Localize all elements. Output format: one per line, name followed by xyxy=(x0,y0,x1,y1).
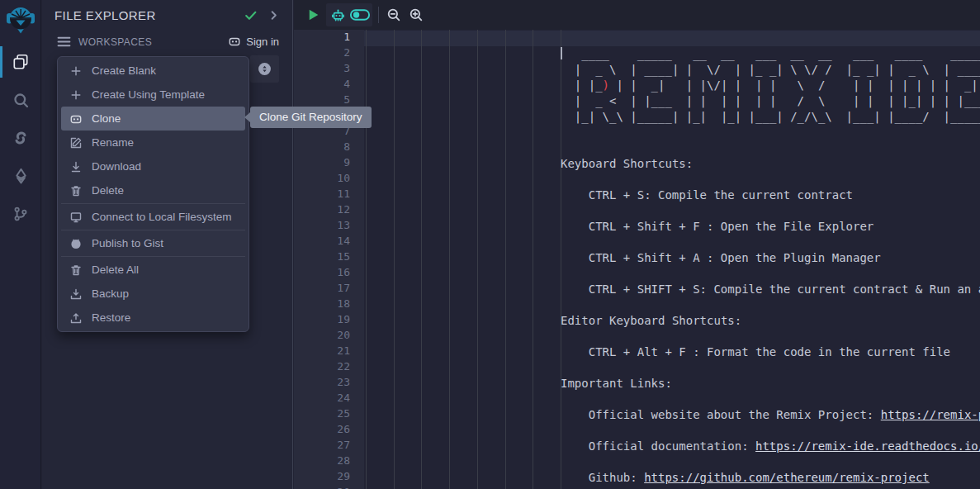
monitor-icon xyxy=(69,211,83,224)
line-number: 23 xyxy=(294,376,364,392)
editor-link[interactable]: https://github.com/ethereum/remix-projec… xyxy=(644,471,930,484)
code-line xyxy=(366,140,980,156)
run-script-button[interactable] xyxy=(306,7,320,22)
line-number: 2 xyxy=(294,46,364,62)
zoom-out-icon[interactable] xyxy=(386,7,401,22)
panel-title: FILE EXPLORER xyxy=(54,8,156,22)
files-icon xyxy=(12,53,30,71)
hamburger-menu-icon[interactable] xyxy=(56,34,72,50)
code-text: | |_ xyxy=(366,78,603,92)
line-number: 25 xyxy=(294,407,364,423)
trash-icon xyxy=(69,184,83,197)
copilot-toggle[interactable] xyxy=(349,7,371,22)
sidebar-item-deploy-run[interactable] xyxy=(0,157,41,195)
code-line: | |_) | | _| | |\/| | | | \ / | | | | | … xyxy=(366,78,980,93)
line-number: 9 xyxy=(294,156,364,172)
download-icon xyxy=(69,160,83,173)
code-line xyxy=(366,235,980,250)
code-line: CTRL + Shift + F : Open the File Explore… xyxy=(366,219,980,235)
code-line: CTRL + S: Compile the current contract xyxy=(366,188,980,203)
line-number: 29 xyxy=(294,470,364,486)
tooltip-arrow xyxy=(244,112,250,122)
ai-copilot-group xyxy=(326,3,372,26)
menu-divider xyxy=(61,203,245,204)
git-branch-icon xyxy=(12,205,29,223)
menu-item-delete[interactable]: Delete xyxy=(58,178,249,202)
chevron-right-icon[interactable] xyxy=(267,8,280,22)
sidebar-item-file-explorer[interactable] xyxy=(0,43,41,81)
editor-link[interactable]: https://remix-ide.readthedocs.io/en/late… xyxy=(755,439,980,453)
line-number: 8 xyxy=(294,140,364,156)
workspaces-label: WORKSPACES xyxy=(78,36,152,48)
menu-item-label: Create Blank xyxy=(92,64,156,77)
zoom-in-icon[interactable] xyxy=(409,7,424,22)
remix-logo-icon[interactable] xyxy=(6,5,36,35)
menu-item-label: Backup xyxy=(92,287,129,300)
code-line xyxy=(366,454,980,470)
editor-content[interactable]: ____ _____ __ __ ___ __ __ ___ ____ ____… xyxy=(364,30,980,489)
restore-icon xyxy=(69,311,83,325)
workspace-dropdown-toggle-button[interactable] xyxy=(250,55,279,83)
menu-item-create-using-template[interactable]: Create Using Template xyxy=(58,83,249,107)
code-text: | _ < | |___ | | | | | | / \ | | | |_| |… xyxy=(366,94,980,107)
line-number: 15 xyxy=(294,250,364,266)
code-line: CTRL + Shift + A : Open the Plugin Manag… xyxy=(366,250,980,266)
code-line xyxy=(366,266,980,282)
menu-item-label: Publish to Gist xyxy=(92,237,163,249)
menu-item-delete-all[interactable]: Delete All xyxy=(58,258,249,282)
deploy-icon xyxy=(12,167,30,185)
menu-item-label: Create Using Template xyxy=(92,88,205,101)
code-text: Github: xyxy=(366,471,644,484)
sidebar-item-search[interactable] xyxy=(0,81,41,119)
github-mark-icon xyxy=(69,237,83,250)
line-number: 22 xyxy=(294,360,364,376)
menu-item-create-blank[interactable]: Create Blank xyxy=(58,59,249,83)
edit-icon xyxy=(69,136,83,150)
code-line xyxy=(366,125,980,140)
menu-item-label: Download xyxy=(92,160,141,173)
menu-item-download[interactable]: Download xyxy=(58,154,249,178)
file-explorer-panel: FILE EXPLORER WORKSPACES Sign in xyxy=(42,0,293,489)
editor-area: 1234567891011121314151617181920212223242… xyxy=(294,0,980,489)
code-line xyxy=(366,392,980,407)
menu-item-restore[interactable]: Restore xyxy=(58,306,249,330)
menu-item-connect-local-filesystem[interactable]: Connect to Local Filesystem xyxy=(58,205,249,229)
menu-item-label: Connect to Local Filesystem xyxy=(92,211,232,223)
remix-ide-window: FILE EXPLORER WORKSPACES Sign in xyxy=(0,0,980,489)
code-line xyxy=(366,203,980,219)
code-lines: ____ _____ __ __ ___ __ __ ___ ____ ____… xyxy=(364,30,980,489)
sidebar-item-solidity-compiler[interactable] xyxy=(0,119,41,157)
code-line: Official documentation: https://remix-id… xyxy=(366,439,980,454)
menu-item-clone[interactable]: Clone xyxy=(61,107,245,131)
check-icon[interactable] xyxy=(244,8,258,22)
code-text: Editor Keyboard Shortcuts: xyxy=(366,314,741,327)
code-line: Github: https://github.com/ethereum/remi… xyxy=(366,470,980,486)
code-text: Important Links: xyxy=(366,377,672,390)
line-number: 11 xyxy=(294,188,364,203)
code-line: | _ < | |___ | | | | | | / \ | | | |_| |… xyxy=(366,93,980,109)
menu-item-backup[interactable]: Backup xyxy=(58,282,249,306)
menu-item-rename[interactable]: Rename xyxy=(58,131,249,154)
code-text: CTRL + Alt + F : Format the code in the … xyxy=(366,345,950,358)
editor-link[interactable]: https://remix-project.org/ xyxy=(881,408,980,421)
sidebar-item-git[interactable] xyxy=(0,195,41,233)
solidity-icon xyxy=(12,129,29,147)
github-face-icon xyxy=(69,112,83,126)
plus-icon xyxy=(69,64,83,78)
code-text: CTRL + Shift + F : Open the File Explore… xyxy=(366,220,873,233)
line-number: 1 xyxy=(294,31,364,46)
code-line xyxy=(366,31,980,46)
ai-robot-icon[interactable] xyxy=(330,7,346,23)
icon-panel-items xyxy=(0,43,41,233)
code-line: Important Links: xyxy=(366,376,980,392)
menu-item-label: Delete xyxy=(92,184,124,197)
line-number: 10 xyxy=(294,172,364,188)
tooltip-text: Clone Git Repository xyxy=(259,111,362,123)
sign-in-label: Sign in xyxy=(246,36,279,48)
toolbar-divider xyxy=(378,7,379,23)
menu-item-publish-to-gist[interactable]: Publish to Gist xyxy=(58,231,249,255)
github-icon xyxy=(228,35,241,48)
sign-in-button[interactable]: Sign in xyxy=(228,35,279,48)
code-text: Official website about the Remix Project… xyxy=(366,408,881,421)
code-line: CTRL + SHIFT + S: Compile the current co… xyxy=(366,282,980,297)
